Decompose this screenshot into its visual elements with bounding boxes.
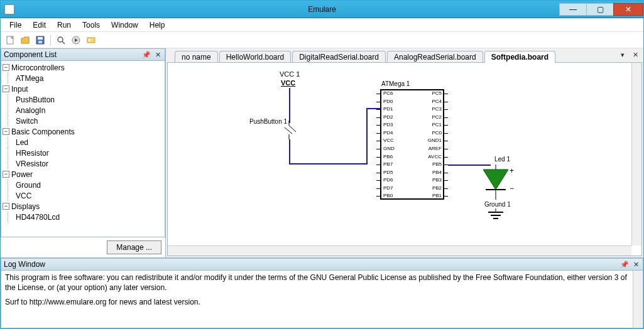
log-line: Surf to http://www.emulare.org for news … <box>5 298 639 308</box>
pin-tick <box>376 94 380 94</box>
pin-tick <box>444 94 448 94</box>
chip-pin-label: PD2 <box>383 114 393 120</box>
wire[interactable] <box>366 108 368 164</box>
menu-tools[interactable]: Tools <box>77 19 105 31</box>
ground-label: Ground 1 <box>484 201 511 208</box>
chip-pin-label: PD1 <box>383 106 393 112</box>
network-icon[interactable] <box>84 33 98 47</box>
chip-pin-label: PC1 <box>425 122 442 127</box>
vcc-symbol[interactable]: VCC <box>281 79 295 87</box>
svg-point-4 <box>58 37 63 42</box>
panel-close-icon[interactable]: ✕ <box>153 50 162 59</box>
tree-item[interactable]: Switch <box>8 116 163 126</box>
tab[interactable]: no name <box>175 51 218 63</box>
menu-help[interactable]: Help <box>145 19 170 31</box>
tree-group-label: Displays <box>11 202 40 211</box>
menu-file[interactable]: File <box>4 19 26 31</box>
tree-item[interactable]: HResistor <box>8 148 163 158</box>
chip-pin-label: PB0 <box>383 193 393 198</box>
pin-tick <box>376 125 380 126</box>
log-scrollbar[interactable] <box>633 271 643 328</box>
svg-text:+: + <box>510 166 514 175</box>
tree-item[interactable]: HD44780Lcd <box>8 212 163 222</box>
svg-line-12 <box>285 127 292 134</box>
menu-edit[interactable]: Edit <box>28 19 51 31</box>
vcc-instance-label: VCC 1 <box>280 70 300 78</box>
tree-item[interactable]: VResistor <box>8 158 163 169</box>
tree-group[interactable]: −Input <box>3 84 163 94</box>
tree-item[interactable]: Ground <box>8 180 163 190</box>
menu-window[interactable]: Window <box>106 19 143 31</box>
tab-close-icon[interactable]: ✕ <box>631 50 640 59</box>
collapse-icon[interactable]: − <box>3 203 9 210</box>
chip-pin-label: PB3 <box>425 177 442 183</box>
chip-pin-label: PB5 <box>425 161 442 167</box>
collapse-icon[interactable]: − <box>3 171 9 178</box>
horizontal-scrollbar[interactable] <box>168 245 631 256</box>
maximize-button[interactable]: ▢ <box>586 3 614 16</box>
collapse-icon[interactable]: − <box>3 85 9 92</box>
tree-item[interactable]: PushButton <box>8 94 163 105</box>
pin-tick <box>376 117 380 118</box>
chip-pin-label: PB1 <box>425 193 442 198</box>
pin-tick <box>444 196 448 197</box>
chip-pin-label: PC4 <box>425 99 442 104</box>
collapse-icon[interactable]: − <box>3 128 9 135</box>
ground-symbol[interactable] <box>486 208 506 221</box>
tab[interactable]: AnalogReadSerial.board <box>387 51 483 63</box>
pin-tick <box>444 188 448 189</box>
tree-item[interactable]: VCC <box>8 190 163 201</box>
minimize-button[interactable]: — <box>559 3 587 16</box>
component-tree[interactable]: −MicrocontrollersATMega−InputPushButtonA… <box>1 61 165 237</box>
tree-item[interactable]: Led <box>8 137 163 148</box>
svg-rect-8 <box>89 39 90 41</box>
wire[interactable] <box>289 88 290 123</box>
pin-icon[interactable]: 📌 <box>142 50 151 59</box>
tree-item-label: PushButton <box>13 95 55 104</box>
svg-marker-14 <box>483 170 508 190</box>
close-button[interactable]: ✕ <box>613 3 643 16</box>
tab[interactable]: Softpedia.board <box>484 51 555 63</box>
tree-item[interactable]: ATMega <box>8 73 163 84</box>
chip-pin-label: PD5 <box>383 170 393 175</box>
log-text[interactable]: This program is free software: you can r… <box>1 271 643 328</box>
manage-button[interactable]: Manage ... <box>107 240 161 254</box>
chip-pin-label: PC3 <box>425 106 442 112</box>
tree-item-label: ATMega <box>13 74 43 83</box>
log-header: Log Window 📌 ✕ <box>1 258 643 271</box>
pin-tick <box>376 157 380 158</box>
open-file-icon[interactable] <box>18 33 32 47</box>
tree-group[interactable]: −Displays <box>3 201 163 212</box>
new-file-icon[interactable] <box>3 33 17 47</box>
tree-group[interactable]: −Microcontrollers <box>3 62 163 73</box>
led-label: Led 1 <box>494 156 510 163</box>
led-symbol[interactable]: +− <box>477 164 515 200</box>
vertical-scrollbar[interactable] <box>631 63 641 245</box>
chip-pin-label: GND <box>383 146 395 151</box>
tree-group[interactable]: −Power <box>3 169 163 180</box>
run-icon[interactable] <box>69 33 83 47</box>
log-pin-icon[interactable]: 📌 <box>620 260 629 269</box>
search-icon[interactable] <box>54 33 68 47</box>
save-file-icon[interactable] <box>33 33 47 47</box>
menu-run[interactable]: Run <box>52 19 76 31</box>
pin-tick <box>376 133 380 134</box>
chip-pin-label: AREF <box>425 146 442 151</box>
pin-tick <box>376 173 380 173</box>
wire[interactable] <box>289 163 368 164</box>
pushbutton-symbol[interactable] <box>281 121 300 139</box>
chip-pin-label: PD3 <box>383 122 393 127</box>
wire[interactable] <box>289 139 290 164</box>
tab-strip: no nameHelloWorld.boardDigitalReadSerial… <box>166 48 643 62</box>
tree-item[interactable]: AnalogIn <box>8 105 163 116</box>
tab-dropdown-icon[interactable]: ▾ <box>618 50 627 59</box>
board-canvas[interactable]: VCC 1VCCPushButton 1ATMega 1PC6PC5PD0PC4… <box>167 62 642 256</box>
collapse-icon[interactable]: − <box>3 64 9 71</box>
pin-tick <box>376 141 380 141</box>
title-bar: Emulare — ▢ ✕ <box>1 1 643 18</box>
log-close-icon[interactable]: ✕ <box>631 260 640 269</box>
tree-item-label: Led <box>13 138 28 147</box>
tree-group[interactable]: −Basic Components <box>3 126 163 137</box>
tab[interactable]: DigitalReadSerial.board <box>292 51 386 63</box>
tab[interactable]: HelloWorld.board <box>219 51 292 63</box>
